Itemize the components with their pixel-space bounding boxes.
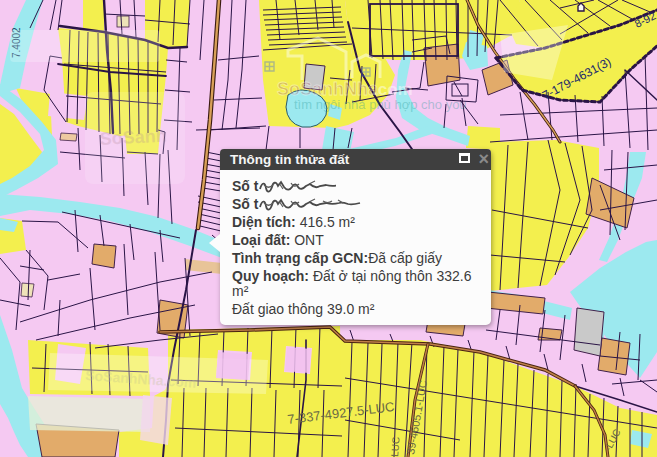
svg-text:tìm ngôi nhà phù hợp cho you: tìm ngôi nhà phù hợp cho you bbox=[294, 97, 467, 112]
svg-text:LUC: LUC bbox=[389, 436, 401, 457]
svg-text:SoSanh: SoSanh bbox=[99, 126, 167, 149]
svg-text:SoSanhNha: SoSanhNha bbox=[277, 79, 379, 99]
